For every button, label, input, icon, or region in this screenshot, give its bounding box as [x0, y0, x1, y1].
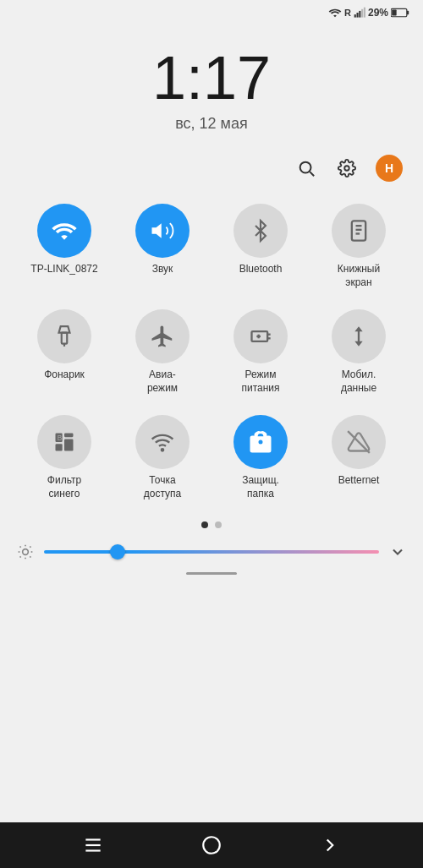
brightness-low-icon [17, 543, 34, 560]
brightness-expand-button[interactable] [389, 543, 406, 560]
svg-rect-3 [361, 9, 363, 18]
home-button[interactable] [201, 834, 222, 856]
qs-label-sound: Звук [152, 263, 173, 276]
home-indicator [0, 567, 423, 580]
svg-point-42 [203, 837, 220, 854]
wifi-status-icon [328, 7, 342, 19]
settings-button[interactable] [335, 156, 359, 180]
qs-item-reading[interactable]: Книжныйэкран [311, 197, 406, 296]
recent-button[interactable] [319, 834, 341, 856]
status-icons: R 29% [328, 7, 409, 19]
qs-label-flashlight: Фонарик [44, 368, 85, 382]
svg-line-37 [20, 556, 21, 557]
svg-rect-25 [64, 434, 74, 438]
battery-icon [391, 8, 409, 18]
qs-item-mobile-data[interactable]: Мобил.данные [311, 303, 406, 401]
svg-marker-11 [152, 223, 162, 238]
qs-item-bluetooth[interactable]: Bluetooth [213, 197, 308, 296]
qs-icon-bluetooth [233, 204, 288, 258]
svg-rect-4 [364, 8, 365, 18]
qs-label-blue-filter: Фильтрсинего [47, 474, 81, 500]
svg-line-9 [310, 172, 314, 176]
qs-icon-reading [332, 204, 386, 258]
battery-text: 29% [368, 7, 388, 19]
qs-label-mobile-data: Мобил.данные [341, 368, 376, 395]
qs-icon-battery-save [233, 309, 288, 363]
qs-item-secure-folder[interactable]: Защищ.папка [213, 408, 308, 507]
clock-date: вс, 12 мая [0, 115, 423, 133]
svg-rect-24 [56, 445, 63, 451]
qs-item-betternet[interactable]: Betternet [311, 408, 406, 507]
qs-item-flashlight[interactable]: Фонарик [17, 303, 112, 401]
qs-label-hotspot: Точкадоступа [144, 474, 181, 500]
top-actions: H [0, 141, 423, 188]
svg-rect-7 [392, 9, 397, 15]
brightness-track[interactable] [44, 550, 379, 554]
user-avatar[interactable]: H [376, 155, 403, 182]
r-indicator: R [344, 8, 351, 18]
svg-rect-6 [407, 11, 409, 15]
svg-rect-0 [354, 14, 356, 18]
qs-item-battery-save[interactable]: Режимпитания [213, 303, 308, 401]
qs-icon-flashlight [37, 309, 91, 363]
svg-rect-26 [64, 439, 74, 451]
page-dots [0, 508, 423, 537]
qs-icon-sound [135, 204, 190, 258]
nav-bar [0, 822, 423, 868]
qs-item-blue-filter[interactable]: B Фильтрсинего [17, 408, 112, 507]
svg-point-30 [23, 549, 29, 554]
svg-point-10 [344, 166, 349, 171]
qs-label-wifi: TP-LINK_0872 [30, 263, 97, 276]
svg-line-38 [30, 546, 30, 547]
qs-label-battery-save: Режимпитания [241, 368, 279, 395]
qs-icon-airplane [135, 309, 190, 363]
qs-item-wifi[interactable]: TP-LINK_0872 [17, 197, 112, 296]
svg-line-34 [30, 556, 30, 557]
qs-icon-blue-filter: B [37, 415, 91, 469]
svg-rect-1 [356, 13, 358, 18]
qs-item-hotspot[interactable]: Точкадоступа [115, 408, 210, 507]
qs-icon-wifi [37, 204, 91, 258]
back-button[interactable] [82, 834, 104, 856]
status-bar: R 29% [0, 0, 423, 22]
qs-icon-mobile-data [332, 309, 386, 363]
svg-point-28 [162, 450, 163, 451]
qs-label-betternet: Betternet [338, 474, 380, 488]
home-indicator-line [186, 572, 237, 575]
brightness-bar [0, 537, 423, 567]
page-dot-2[interactable] [215, 521, 222, 528]
search-button[interactable] [294, 156, 318, 180]
signal-icon [354, 7, 365, 19]
qs-label-bluetooth: Bluetooth [239, 263, 283, 276]
svg-text:B: B [58, 434, 63, 442]
svg-point-8 [300, 162, 311, 173]
quick-settings: TP-LINK_0872 Звук Bluetooth [0, 188, 423, 508]
clock-time: 1:17 [0, 47, 423, 108]
svg-line-33 [20, 546, 21, 547]
svg-rect-16 [62, 333, 68, 344]
qs-grid: TP-LINK_0872 Звук Bluetooth [17, 197, 406, 508]
page-dot-1[interactable] [201, 521, 208, 528]
qs-icon-betternet [332, 415, 386, 469]
qs-item-sound[interactable]: Звук [115, 197, 210, 296]
qs-label-airplane: Авиа-режим [147, 368, 178, 395]
svg-rect-2 [359, 11, 360, 18]
qs-icon-hotspot [135, 415, 190, 469]
clock-area: 1:17 вс, 12 мая [0, 22, 423, 141]
qs-label-reading: Книжныйэкран [338, 263, 380, 289]
brightness-thumb[interactable] [110, 544, 125, 560]
qs-label-secure-folder: Защищ.папка [242, 474, 279, 500]
qs-icon-secure-folder [233, 415, 288, 469]
qs-item-airplane[interactable]: Авиа-режим [115, 303, 210, 401]
